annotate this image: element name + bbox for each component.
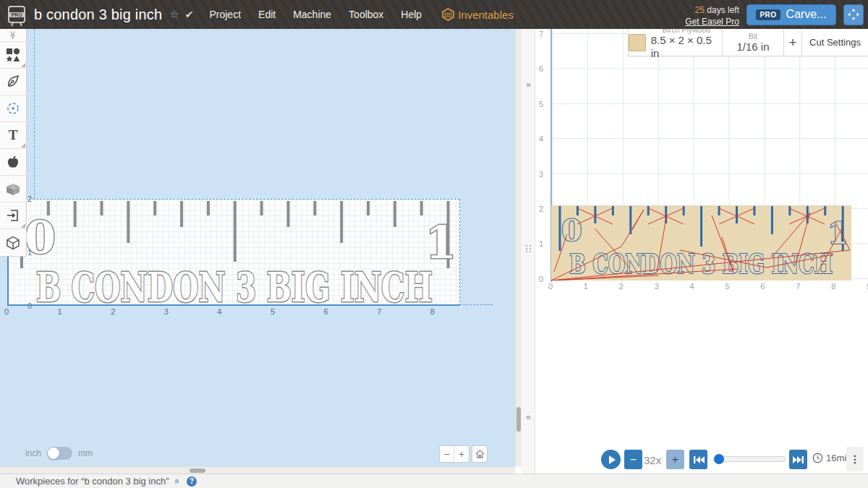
simulation-progress-slider[interactable] xyxy=(713,456,786,462)
ruler-design[interactable]: 01B CONDON 3 BIG INCH xyxy=(9,200,459,304)
workpieces-collapse-icon[interactable]: » xyxy=(172,479,182,484)
ruler-tick xyxy=(753,206,755,215)
easel-logo[interactable]: PRO xyxy=(8,6,25,23)
ruler-tick xyxy=(393,201,396,227)
unit-inch-label: inch xyxy=(25,448,41,458)
sim-x-axis-label: 4 xyxy=(690,282,694,291)
ruler-tick xyxy=(594,206,596,223)
ruler-tick xyxy=(788,206,791,215)
ruler-tick xyxy=(420,201,423,215)
canvas-horizontal-scrollbar[interactable] xyxy=(0,466,515,474)
inventables-link[interactable]: Inventables xyxy=(442,8,514,21)
apps-tool-button[interactable] xyxy=(0,149,26,176)
canvas-vertical-scrollbar[interactable] xyxy=(515,29,522,466)
bit-value: 1/16 in xyxy=(736,40,769,53)
document-title[interactable]: b condon 3 big inch xyxy=(34,7,162,23)
sim-x-axis-label: 8 xyxy=(831,282,835,291)
zoom-home-button[interactable] xyxy=(472,445,488,463)
ruler-tick xyxy=(207,201,210,215)
favorite-star-icon[interactable]: ☆ xyxy=(169,8,179,21)
material-swatch xyxy=(629,34,646,51)
slider-knob[interactable] xyxy=(714,454,724,464)
sim-y-axis-label: 2 xyxy=(539,205,543,213)
ruler-tick xyxy=(101,201,103,215)
collapse-panel-button[interactable]: « xyxy=(522,412,535,422)
menu-help[interactable]: Help xyxy=(401,9,422,20)
import-icon xyxy=(6,208,20,223)
workpiece-surface[interactable]: 01B CONDON 3 BIG INCH xyxy=(7,199,460,306)
skip-forward-icon xyxy=(793,455,804,464)
workpieces-help-button[interactable]: ? xyxy=(187,476,197,487)
ruler-tick xyxy=(367,201,370,215)
unit-toggle-knob[interactable] xyxy=(48,448,59,459)
vertical-scroll-thumb[interactable] xyxy=(516,407,521,432)
material-selector[interactable]: Birch Plywood 8.5 × 2 × 0.5 in xyxy=(629,29,723,56)
menu-edit[interactable]: Edit xyxy=(258,9,276,20)
skip-to-start-button[interactable] xyxy=(689,450,707,469)
menu-machine[interactable]: Machine xyxy=(293,9,331,20)
ruler-tick xyxy=(180,201,183,227)
ruler-tick xyxy=(340,201,343,243)
drill-origin-tool-button[interactable] xyxy=(0,95,26,122)
expand-panel-button[interactable]: » xyxy=(522,80,535,90)
unit-toggle[interactable] xyxy=(47,447,72,460)
threed-tool-button[interactable] xyxy=(0,229,26,256)
shapes-tool-button[interactable] xyxy=(0,42,26,69)
cut-settings-button[interactable]: Cut Settings xyxy=(802,29,868,56)
ruler-tick xyxy=(260,201,263,215)
titlebar: PRO b condon 3 big inch ☆ ✔ Project Edit… xyxy=(0,0,868,29)
pan-arrows-button[interactable] xyxy=(843,4,864,25)
days-left-text: days left xyxy=(705,5,739,15)
workpieces-bar[interactable]: Workpieces for “b condon 3 big inch” » ? xyxy=(0,474,868,488)
x-axis-label: 6 xyxy=(324,307,328,316)
material-preview: 01B CONDON 3 BIG INCH xyxy=(551,205,851,281)
sim-y-axis-label: 7 xyxy=(539,30,543,38)
titlebar-right: 25 days left Get Easel Pro PRO Carve... xyxy=(685,2,864,27)
material-header-bar: Birch Plywood 8.5 × 2 × 0.5 in Bit 1/16 … xyxy=(628,29,868,56)
toolbar-collapse-button[interactable]: ≪ xyxy=(0,29,26,42)
text-tool-icon: T xyxy=(9,127,18,143)
material-name: Birch Plywood xyxy=(663,29,711,34)
text-tool-button[interactable]: T xyxy=(0,122,26,149)
x-axis-label: 2 xyxy=(111,307,115,316)
zoom-out-button[interactable]: − xyxy=(440,446,454,462)
ruler-tick xyxy=(700,206,702,247)
carve-button[interactable]: PRO Carve... xyxy=(746,4,836,25)
rapid-move-line xyxy=(632,210,644,230)
import-tool-button[interactable] xyxy=(0,202,26,229)
x-axis-label: 5 xyxy=(271,307,275,316)
bit-selector[interactable]: Bit 1/16 in xyxy=(723,29,784,56)
ruler-tick xyxy=(647,206,650,215)
play-icon xyxy=(609,455,616,464)
workpieces-label: Workpieces for “b condon 3 big inch” xyxy=(16,476,169,487)
skip-back-icon xyxy=(693,455,705,464)
menu-project[interactable]: Project xyxy=(209,9,241,20)
sim-y-axis-label: 0 xyxy=(539,275,543,283)
speed-decrease-button[interactable]: − xyxy=(624,450,642,469)
zoom-controls: − + xyxy=(439,445,488,463)
design-canvas[interactable]: 01B CONDON 3 BIG INCH 012345678 210 inch… xyxy=(0,29,515,466)
speed-increase-button[interactable]: + xyxy=(666,450,684,469)
sim-x-axis-label: 6 xyxy=(760,282,765,291)
divider-drag-handle[interactable] xyxy=(525,244,532,256)
skip-to-end-button[interactable] xyxy=(789,450,807,469)
sim-y-axis-label: 5 xyxy=(539,100,543,108)
ruler-tick xyxy=(153,201,156,215)
pen-tool-button[interactable] xyxy=(0,69,26,95)
material-tool-button[interactable] xyxy=(0,176,26,202)
simulation-playback: − 32x + xyxy=(535,446,868,474)
toolpath-preview: 01B CONDON 3 BIG INCH xyxy=(551,205,851,281)
pen-icon xyxy=(6,74,20,89)
home-icon xyxy=(475,450,485,458)
ruler-tick xyxy=(771,206,773,234)
menu-toolbox[interactable]: Toolbox xyxy=(349,9,383,20)
horizontal-scroll-thumb[interactable] xyxy=(190,468,205,473)
get-easel-pro-link[interactable]: Get Easel Pro xyxy=(685,17,739,27)
playback-menu-button[interactable]: ⋮ xyxy=(846,447,864,471)
ruler-numeral-1: 1 xyxy=(827,216,848,251)
play-button[interactable] xyxy=(601,450,621,469)
zoom-in-button[interactable]: + xyxy=(454,446,469,462)
collapse-chevrons-icon: ≪ xyxy=(8,31,17,40)
add-bit-button[interactable]: + xyxy=(784,29,802,56)
inventables-label: Inventables xyxy=(458,9,514,21)
